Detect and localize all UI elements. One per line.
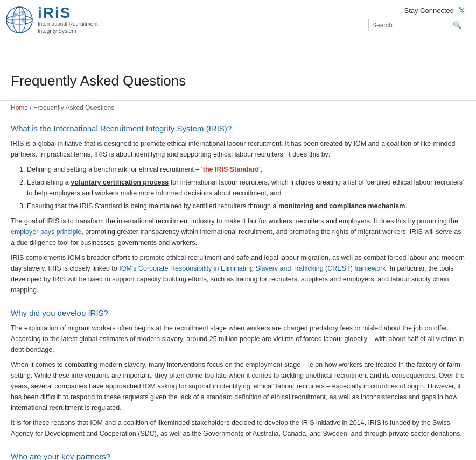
nav-spacer	[0, 40, 476, 73]
list-item: Establishing a voluntary certification p…	[27, 177, 465, 199]
logo-subtitle: International Recruitment Integrity Syst…	[38, 20, 98, 34]
search-icon[interactable]: 🔍	[453, 21, 461, 29]
breadcrumb-current: Frequently Asked Questions	[33, 104, 114, 111]
main-content: What is the International Recruitment In…	[0, 124, 476, 460]
faq-1-para-3: The goal of IRIS is to transform the int…	[11, 216, 465, 248]
faq-2-para-3: It is for these reasons that IOM and a c…	[11, 417, 465, 439]
header: iRiS International Recruitment Integrity…	[0, 0, 476, 40]
faq-body-2: The exploitation of migrant workers ofte…	[11, 323, 465, 439]
logo-text-area: iRiS International Recruitment Integrity…	[38, 5, 98, 34]
search-box[interactable]: 🔍	[368, 19, 465, 31]
logo-iris[interactable]: iRiS	[38, 5, 98, 20]
page-title-section: Frequently Asked Questions	[0, 73, 476, 101]
breadcrumb-separator: /	[30, 104, 31, 111]
page-title: Frequently Asked Questions	[11, 73, 465, 89]
voluntary-cert-bold: voluntary certification process	[71, 179, 169, 186]
list-item: Ensuring that the IRIS Standard is being…	[27, 201, 465, 211]
monitoring-bold: monitoring and compliance mechanism	[278, 202, 405, 210]
faq-2-para-2: When it comes to combatting modern slave…	[11, 359, 465, 413]
breadcrumb-home[interactable]: Home	[11, 104, 28, 111]
faq-2-para-1: The exploitation of migrant workers ofte…	[11, 323, 465, 355]
stay-connected-text: Stay Connected	[404, 6, 454, 15]
logo-area: iRiS International Recruitment Integrity…	[5, 5, 98, 34]
iris-standard-link[interactable]: 'the IRIS Standard'	[201, 166, 261, 173]
header-right: Stay Connected 𝕏 🔍	[368, 5, 465, 31]
stay-connected-area: Stay Connected 𝕏	[404, 5, 465, 16]
faq-section-3: Who are your key partners? Since its inc…	[11, 452, 465, 460]
faq-question-3[interactable]: Who are your key partners?	[11, 452, 465, 460]
breadcrumb: Home / Frequently Asked Questions	[0, 101, 476, 115]
faq-question-1[interactable]: What is the International Recruitment In…	[11, 124, 465, 133]
faq-1-para-4: IRIS complements IOM's broader efforts t…	[11, 252, 465, 295]
faq-section-2: Why did you develop IRIS? The exploitati…	[11, 308, 465, 439]
crest-link[interactable]: IOM's Corporate Responsibility in Elimin…	[119, 265, 386, 272]
faq-question-2[interactable]: Why did you develop IRIS?	[11, 308, 465, 317]
faq-1-para-1: IRIS is a global initiative that is desi…	[11, 138, 465, 160]
list-item: Defining and setting a benchmark for eth…	[27, 164, 465, 175]
faq-1-list: Defining and setting a benchmark for eth…	[27, 164, 465, 211]
employer-pays-link[interactable]: employer pays principle	[11, 228, 81, 236]
search-input[interactable]	[372, 22, 453, 29]
twitter-icon[interactable]: 𝕏	[458, 5, 465, 16]
faq-section-1: What is the International Recruitment In…	[11, 124, 465, 295]
faq-body-1: IRIS is a global initiative that is desi…	[11, 138, 465, 295]
logo-globe-icon	[5, 6, 33, 34]
